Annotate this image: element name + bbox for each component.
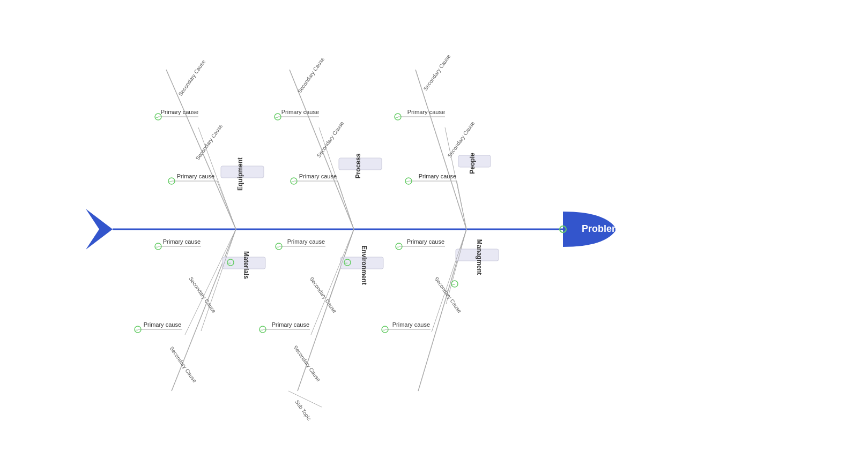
secondary-cause-mat-1: Secondary Cause [188,276,217,314]
category-label-people: People [469,153,476,174]
primary-cause-equip-t2[interactable]: Primary cause [177,173,214,179]
svg-text:−: − [291,179,294,184]
secondary-cause-mgmt-1: Secondary Cause [433,276,463,314]
bone-peo-t2 [457,181,466,229]
primary-cause-env-b2[interactable]: Primary cause [272,321,309,328]
primary-cause-mgmt-b1[interactable]: Primary cause [407,238,444,245]
svg-text:−: − [452,282,455,287]
bone-equip-t2 [217,181,236,229]
category-label-equipment: Equipment [236,157,244,191]
primary-cause-proc-t1[interactable]: Primary cause [281,109,319,115]
bone-mat-b1 [201,229,236,331]
svg-text:−: − [135,327,138,333]
category-label-process: Process [354,153,362,178]
svg-text:−: − [276,244,279,250]
primary-cause-mat-b2[interactable]: Primary cause [144,321,181,328]
svg-text:−: − [228,260,231,266]
secondary-cause-proc-1: Secondary Cause [296,56,326,94]
fishbone-diagram: Problem Equipment − Primary cause − Prim… [0,0,868,459]
bone-people [416,70,466,229]
category-label-environment: Environment [360,245,368,284]
svg-text:−: − [345,260,347,266]
primary-cause-equip-t1[interactable]: Primary cause [161,109,198,115]
svg-text:−: − [260,327,263,333]
bone-proc-t2 [338,181,354,229]
secondary-cause-mat-2: Secondary Cause [168,345,198,384]
svg-text:−: − [396,244,399,250]
category-label-managment: Managment [476,239,483,275]
svg-text:−: − [155,115,158,120]
svg-text:−: − [275,115,278,120]
category-label-materials: Materials [242,251,250,279]
secondary-cause-peo-1: Secondary Cause [422,53,452,92]
primary-cause-peo-t1[interactable]: Primary cause [407,109,445,115]
primary-cause-proc-t2[interactable]: Primary cause [299,173,337,179]
problem-label: Problem [582,223,620,234]
secondary-cause-env-2: Secondary Cause [292,344,322,383]
fish-tail [86,209,113,250]
secondary-cause-env-1: Secondary Cause [308,276,338,314]
primary-cause-env-b1[interactable]: Primary cause [287,238,325,245]
primary-cause-peo-t2[interactable]: Primary cause [419,173,456,179]
svg-text:−: − [382,327,385,333]
sub-topic-label: Sub Topic [294,399,312,422]
svg-text:−: − [395,115,398,120]
primary-cause-mat-b1[interactable]: Primary cause [163,238,201,245]
svg-text:−: − [169,179,172,184]
bone-subtopic [288,391,322,407]
svg-text:−: − [406,179,409,184]
svg-text:−: − [155,244,158,250]
secondary-cause-proc-2: Secondary Cause [316,120,345,159]
secondary-cause-equip-1: Secondary Cause [177,58,207,97]
primary-cause-mgmt-b2[interactable]: Primary cause [392,321,430,328]
